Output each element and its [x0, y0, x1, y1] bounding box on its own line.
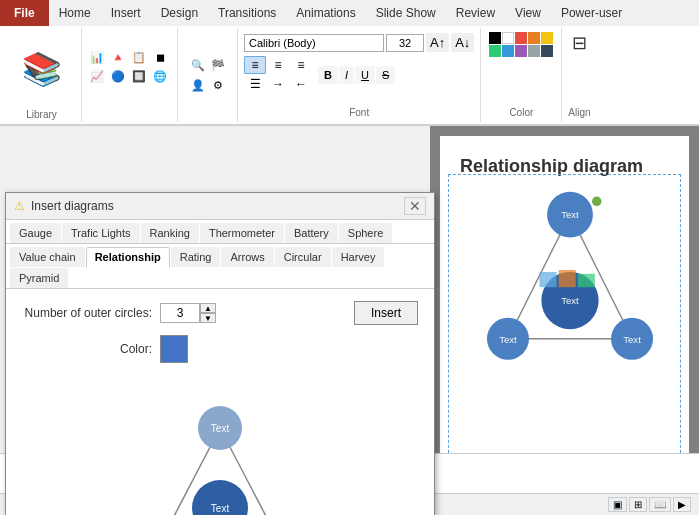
tab-ranking[interactable]: Ranking [141, 223, 199, 243]
icon-setting[interactable]: ⚙ [209, 76, 227, 94]
align-center-btn[interactable]: ≡ [267, 56, 289, 74]
svg-text:Text: Text [561, 295, 579, 306]
more-icons-group: 🔍 🏁 👤 ⚙ [178, 28, 238, 122]
icon-person[interactable]: 👤 [189, 76, 207, 94]
outdent-btn[interactable]: ← [290, 75, 312, 93]
file-menu[interactable]: File [0, 0, 49, 26]
align-button[interactable]: ⊟ [572, 32, 587, 54]
normal-view-btn[interactable]: ▣ [608, 497, 627, 512]
icon-btn-3[interactable]: 📋 [130, 49, 148, 67]
slide: Relationship diagram Text Text [440, 136, 689, 486]
font-size-input[interactable] [386, 34, 424, 52]
icon-search[interactable]: 🔍 [189, 56, 207, 74]
font-grow-button[interactable]: A↑ [426, 33, 449, 52]
tab-relationship[interactable]: Relationship [86, 247, 170, 268]
tab-gauge[interactable]: Gauge [10, 223, 61, 243]
tab-rating[interactable]: Rating [171, 247, 221, 267]
dialog-close-button[interactable]: ✕ [404, 197, 426, 215]
color-label: Color: [22, 342, 152, 356]
icon-btn-8[interactable]: 🌐 [151, 68, 169, 86]
spinner-up[interactable]: ▲ [200, 303, 216, 313]
bold-button[interactable]: B [318, 66, 338, 84]
color-palette[interactable] [489, 32, 553, 57]
view-menu[interactable]: View [505, 0, 551, 26]
view-buttons: ▣ ⊞ 📖 ▶ [608, 497, 691, 512]
slideshow-btn[interactable]: ▶ [673, 497, 691, 512]
align-section: ⊟ Align [562, 28, 596, 122]
icon-btn-1[interactable]: 📊 [88, 49, 106, 67]
align-left-btn[interactable]: ≡ [244, 56, 266, 74]
align-group-label: Align [568, 107, 590, 118]
icons-group: 📊 🔺 📋 ◼ 📈 🔵 🔲 🌐 [82, 28, 178, 122]
color-orange[interactable] [528, 32, 540, 44]
color-green[interactable] [489, 45, 501, 57]
tab-harvey[interactable]: Harvey [332, 247, 385, 267]
transitions-menu[interactable]: Transitions [208, 0, 286, 26]
library-label: Library [26, 107, 57, 120]
color-dark[interactable] [541, 45, 553, 57]
tab-sphere[interactable]: Sphere [339, 223, 392, 243]
outer-circles-input[interactable] [160, 303, 200, 323]
icon-btn-2[interactable]: 🔺 [109, 49, 127, 67]
svg-text:Text: Text [623, 334, 641, 345]
dialog-tabs-row1: Gauge Trafic Lights Ranking Thermometer … [6, 220, 434, 244]
color-row: Color: [22, 335, 418, 363]
home-menu[interactable]: Home [49, 0, 101, 26]
align-justify-btn[interactable]: ☰ [244, 75, 266, 93]
color-black[interactable] [489, 32, 501, 44]
color-gray[interactable] [528, 45, 540, 57]
diagram-preview: Text Text Text Text [22, 373, 418, 515]
svg-text:Text: Text [211, 423, 230, 434]
italic-button[interactable]: I [339, 66, 354, 84]
insert-button[interactable]: Insert [354, 301, 418, 325]
insert-diagrams-dialog: ⚠ Insert diagrams ✕ Gauge Trafic Lights … [5, 192, 435, 515]
tab-arrows[interactable]: Arrows [221, 247, 273, 267]
tab-thermometer[interactable]: Thermometer [200, 223, 284, 243]
color-yellow[interactable] [541, 32, 553, 44]
color-blue[interactable] [502, 45, 514, 57]
icon-btn-6[interactable]: 🔵 [109, 68, 127, 86]
svg-rect-20 [539, 272, 556, 287]
tab-pyramid[interactable]: Pyramid [10, 268, 68, 288]
tab-battery[interactable]: Battery [285, 223, 338, 243]
outer-circles-spinner: ▲ ▼ [160, 303, 216, 323]
slide-diagram-svg: Text Text Text Text [455, 186, 685, 396]
tab-trafic-lights[interactable]: Trafic Lights [62, 223, 140, 243]
library-button[interactable]: 📚 [15, 45, 69, 93]
outer-circles-label: Number of outer circles: [22, 306, 152, 320]
color-red[interactable] [515, 32, 527, 44]
underline-button[interactable]: U [355, 66, 375, 84]
align-right-btn[interactable]: ≡ [290, 56, 312, 74]
color-white[interactable] [502, 32, 514, 44]
font-name-input[interactable] [244, 34, 384, 52]
indent-btn[interactable]: → [267, 75, 289, 93]
icon-btn-7[interactable]: 🔲 [130, 68, 148, 86]
reading-view-btn[interactable]: 📖 [649, 497, 671, 512]
slideshow-menu[interactable]: Slide Show [366, 0, 446, 26]
icon-flag[interactable]: 🏁 [209, 56, 227, 74]
animations-menu[interactable]: Animations [286, 0, 365, 26]
color-swatch[interactable] [160, 335, 188, 363]
svg-text:Text: Text [211, 503, 230, 514]
spinner-down[interactable]: ▼ [200, 313, 216, 323]
dialog-content: Number of outer circles: ▲ ▼ Insert Colo… [6, 289, 434, 515]
tab-circular[interactable]: Circular [275, 247, 331, 267]
dialog-title-bar: ⚠ Insert diagrams ✕ [6, 193, 434, 220]
font-shrink-button[interactable]: A↓ [451, 33, 474, 52]
color-purple[interactable] [515, 45, 527, 57]
strikethrough-button[interactable]: S [376, 66, 395, 84]
poweruser-menu[interactable]: Power-user [551, 0, 632, 26]
insert-menu[interactable]: Insert [101, 0, 151, 26]
svg-rect-21 [559, 270, 576, 287]
color-group-label: Color [509, 107, 533, 118]
svg-text:Text: Text [499, 334, 517, 345]
icon-btn-5[interactable]: 📈 [88, 68, 106, 86]
design-menu[interactable]: Design [151, 0, 208, 26]
icon-btn-4[interactable]: ◼ [151, 49, 169, 67]
slide-diagram-container: Text Text Text Text [455, 186, 674, 466]
slide-panel: Relationship diagram Text Text [430, 126, 699, 493]
slide-sorter-btn[interactable]: ⊞ [629, 497, 647, 512]
review-menu[interactable]: Review [446, 0, 505, 26]
tab-value-chain[interactable]: Value chain [10, 247, 85, 267]
library-icon: 📚 [22, 50, 62, 88]
